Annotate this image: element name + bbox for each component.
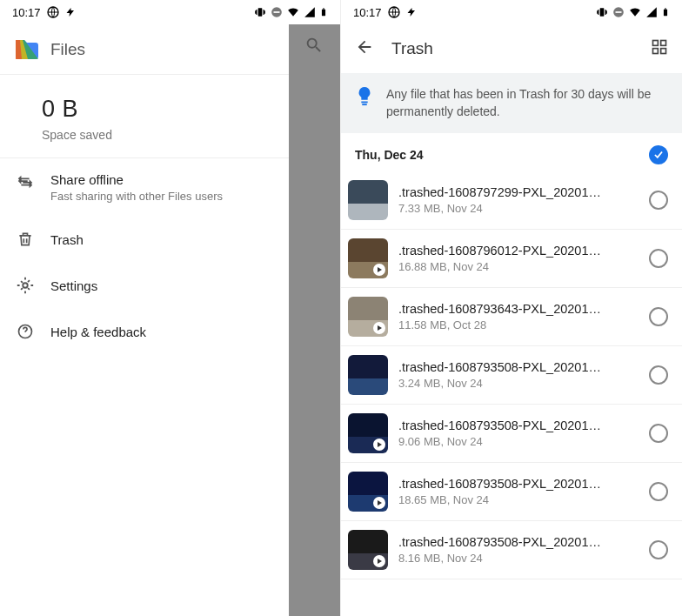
section-header: Thu, Dec 24 bbox=[341, 133, 682, 171]
svg-rect-13 bbox=[665, 8, 666, 9]
statusbar: 10:17 bbox=[341, 0, 682, 24]
wifi-icon bbox=[286, 6, 300, 18]
svg-point-6 bbox=[23, 283, 28, 288]
play-icon bbox=[373, 497, 385, 509]
file-thumbnail bbox=[348, 180, 388, 220]
globe-icon bbox=[46, 5, 60, 19]
wifi-icon bbox=[628, 6, 642, 18]
svg-rect-4 bbox=[322, 10, 325, 17]
status-time: 10:17 bbox=[353, 6, 382, 19]
trash-appbar: Trash bbox=[341, 24, 682, 73]
scrim-overlay[interactable] bbox=[288, 24, 340, 616]
file-thumbnail bbox=[348, 472, 388, 512]
signal-icon bbox=[645, 6, 658, 18]
file-thumbnail bbox=[348, 530, 388, 570]
space-saved-block: 0 B Space saved bbox=[0, 75, 289, 158]
file-name: .trashed-1608793508-PXL_20201… bbox=[398, 477, 639, 491]
file-thumbnail bbox=[348, 355, 388, 395]
file-row[interactable]: .trashed-1608793643-PXL_20201… 11.58 MB,… bbox=[341, 288, 682, 346]
gear-icon bbox=[16, 276, 35, 295]
drawer-item-trash[interactable]: Trash bbox=[0, 217, 289, 262]
share-offline-subtitle: Fast sharing with other Files users bbox=[50, 190, 223, 203]
svg-rect-1 bbox=[258, 8, 263, 16]
file-name: .trashed-1608793643-PXL_20201… bbox=[398, 302, 639, 316]
select-checkbox[interactable] bbox=[649, 482, 668, 501]
drawer-item-help[interactable]: Help & feedback bbox=[0, 309, 289, 354]
select-checkbox[interactable] bbox=[649, 424, 668, 443]
select-checkbox[interactable] bbox=[649, 365, 668, 385]
search-icon[interactable] bbox=[288, 24, 340, 66]
bolt-icon bbox=[65, 5, 76, 19]
svg-rect-17 bbox=[661, 49, 666, 54]
drawer-header: Files bbox=[0, 24, 289, 75]
svg-rect-15 bbox=[661, 41, 666, 46]
select-checkbox[interactable] bbox=[649, 249, 668, 268]
vibrate-icon bbox=[253, 6, 267, 18]
settings-label: Settings bbox=[50, 278, 97, 293]
statusbar: 10:17 bbox=[0, 0, 340, 24]
space-saved-value: 0 B bbox=[42, 96, 289, 123]
file-meta: 9.06 MB, Nov 24 bbox=[398, 435, 639, 448]
svg-rect-16 bbox=[653, 49, 659, 54]
files-app-icon bbox=[16, 40, 38, 59]
select-all-checkbox[interactable] bbox=[649, 145, 668, 164]
file-meta: 8.16 MB, Nov 24 bbox=[398, 552, 639, 565]
section-date: Thu, Dec 24 bbox=[355, 148, 424, 162]
file-thumbnail bbox=[348, 413, 388, 453]
play-icon bbox=[373, 439, 385, 451]
file-row[interactable]: .trashed-1608796012-PXL_20201… 16.88 MB,… bbox=[341, 230, 682, 288]
file-name: .trashed-1608796012-PXL_20201… bbox=[398, 244, 639, 258]
drawer-item-settings[interactable]: Settings bbox=[0, 262, 289, 309]
dnd-icon bbox=[612, 6, 625, 18]
help-icon bbox=[16, 323, 35, 340]
file-name: .trashed-1608793508-PXL_20201… bbox=[398, 535, 639, 549]
file-row[interactable]: .trashed-1608797299-PXL_20201… 7.33 MB, … bbox=[341, 171, 682, 230]
battery-icon bbox=[319, 5, 328, 19]
file-row[interactable]: .trashed-1608793508-PXL_20201… 3.24 MB, … bbox=[341, 346, 682, 405]
space-saved-label: Space saved bbox=[42, 128, 289, 142]
lightbulb-icon bbox=[355, 85, 374, 111]
screen-trash: 10:17 Trash Any file that has been in Tr… bbox=[341, 0, 682, 616]
help-label: Help & feedback bbox=[50, 325, 146, 339]
select-checkbox[interactable] bbox=[649, 540, 668, 559]
back-icon[interactable] bbox=[355, 37, 374, 60]
share-offline-title: Share offline bbox=[50, 172, 223, 187]
file-row[interactable]: .trashed-1608793508-PXL_20201… 18.65 MB,… bbox=[341, 463, 682, 521]
battery-icon bbox=[661, 5, 670, 19]
svg-rect-11 bbox=[616, 11, 622, 13]
file-name: .trashed-1608793508-PXL_20201… bbox=[398, 360, 639, 374]
info-message: Any file that has been in Trash for 30 d… bbox=[386, 85, 668, 121]
file-meta: 18.65 MB, Nov 24 bbox=[398, 493, 639, 506]
vibrate-icon bbox=[595, 6, 609, 18]
dnd-icon bbox=[271, 6, 283, 18]
file-row[interactable]: .trashed-1608793508-PXL_20201… 9.06 MB, … bbox=[341, 405, 682, 463]
globe-icon bbox=[387, 5, 401, 19]
svg-rect-5 bbox=[323, 8, 324, 9]
file-meta: 3.24 MB, Nov 24 bbox=[398, 377, 639, 390]
svg-rect-18 bbox=[361, 102, 367, 104]
drawer-item-share-offline[interactable]: Share offline Fast sharing with other Fi… bbox=[0, 158, 289, 217]
play-icon bbox=[373, 322, 385, 334]
file-row[interactable]: .trashed-1608793508-PXL_20201… 8.16 MB, … bbox=[341, 521, 682, 579]
svg-rect-3 bbox=[274, 11, 280, 13]
svg-rect-9 bbox=[600, 8, 605, 16]
status-time: 10:17 bbox=[12, 6, 41, 19]
bolt-icon bbox=[406, 5, 417, 19]
file-name: .trashed-1608793508-PXL_20201… bbox=[398, 418, 639, 432]
info-banner: Any file that has been in Trash for 30 d… bbox=[341, 73, 682, 133]
grid-view-icon[interactable] bbox=[651, 38, 668, 59]
file-meta: 16.88 MB, Nov 24 bbox=[398, 260, 639, 273]
navigation-drawer: Files 0 B Space saved Share offline Fast… bbox=[0, 24, 289, 616]
file-thumbnail bbox=[348, 238, 388, 278]
signal-icon bbox=[304, 6, 316, 18]
select-checkbox[interactable] bbox=[649, 307, 668, 326]
select-checkbox[interactable] bbox=[649, 191, 668, 210]
svg-rect-12 bbox=[664, 10, 667, 17]
svg-rect-19 bbox=[362, 104, 367, 105]
drawer-app-name: Files bbox=[50, 40, 85, 59]
trash-title: Trash bbox=[391, 39, 633, 58]
file-meta: 11.58 MB, Oct 28 bbox=[398, 318, 639, 331]
play-icon bbox=[373, 555, 385, 567]
trash-file-list: .trashed-1608797299-PXL_20201… 7.33 MB, … bbox=[341, 171, 682, 579]
play-icon bbox=[373, 264, 385, 276]
